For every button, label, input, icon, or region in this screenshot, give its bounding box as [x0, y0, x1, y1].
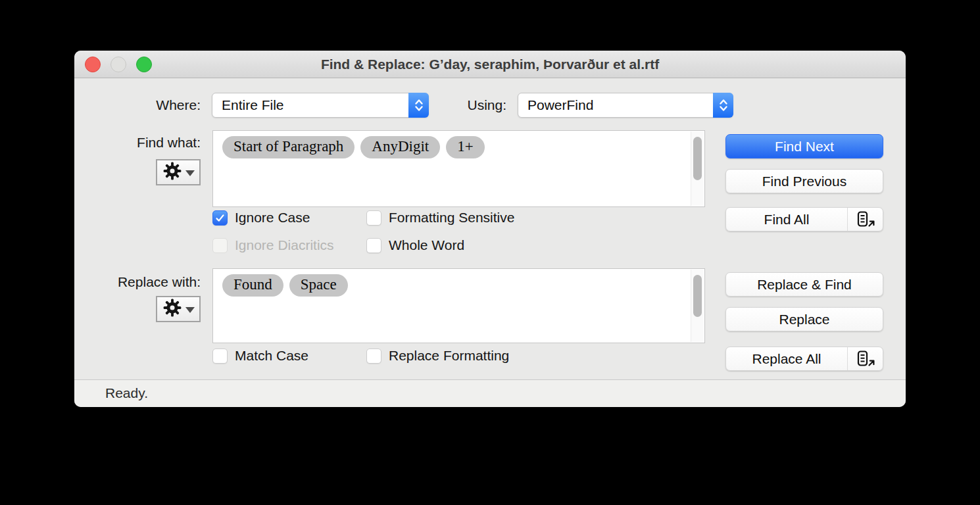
find-what-field[interactable]: Start of Paragraph AnyDigit 1+ [212, 130, 705, 207]
find-options-gear-button[interactable] [156, 159, 201, 185]
title-bar[interactable]: Find & Replace: G’day, seraphim, Þorvarð… [74, 51, 906, 78]
find-what-label: Find what: [74, 133, 201, 152]
replace-and-find-button[interactable]: Replace & Find [725, 272, 883, 297]
where-label: Where: [74, 93, 201, 118]
gear-icon [162, 161, 182, 183]
powerfind-token[interactable]: AnyDigit [360, 136, 440, 158]
status-bar: Ready. [74, 379, 906, 407]
gear-icon [162, 298, 182, 320]
using-popup-menu[interactable]: PowerFind [518, 93, 733, 118]
using-label: Using: [403, 93, 506, 118]
checkbox[interactable] [366, 238, 381, 253]
find-replace-window: Find & Replace: G’day, seraphim, Þorvarð… [74, 51, 906, 407]
ignore-case-checkbox[interactable]: Ignore Case [212, 210, 310, 226]
checkbox-label: Replace Formatting [389, 348, 509, 364]
zoom-button[interactable] [136, 57, 152, 72]
checkbox-label: Ignore Case [235, 210, 310, 226]
whole-word-checkbox[interactable]: Whole Word [366, 237, 464, 253]
checkbox[interactable] [212, 210, 228, 226]
checkbox-label: Whole Word [389, 237, 464, 253]
replace-button[interactable]: Replace [725, 307, 883, 331]
formatting-sensitive-checkbox[interactable]: Formatting Sensitive [366, 210, 514, 226]
checkbox [212, 238, 228, 253]
find-token-area[interactable]: Start of Paragraph AnyDigit 1+ [213, 131, 690, 206]
replace-with-label: Replace with: [74, 273, 201, 291]
checkbox-label: Match Case [235, 348, 308, 364]
up-down-chevrons-icon [713, 93, 733, 118]
where-popup-menu[interactable]: Entire File [212, 93, 429, 118]
ignore-diacritics-checkbox: Ignore Diacritics [212, 237, 334, 253]
find-all-label[interactable]: Find All [726, 208, 847, 231]
checkbox[interactable] [366, 349, 381, 364]
using-popup-value: PowerFind [518, 97, 713, 113]
status-text: Ready. [105, 380, 148, 407]
checkbox[interactable] [212, 349, 228, 364]
scrollbar-thumb[interactable] [693, 275, 702, 317]
powerfind-token[interactable]: Found [222, 274, 283, 297]
replace-options-gear-button[interactable] [156, 296, 201, 322]
powerfind-token[interactable]: Start of Paragraph [222, 136, 355, 158]
checkbox[interactable] [366, 210, 381, 226]
dropdown-arrow-icon [185, 307, 195, 313]
replace-all-label[interactable]: Replace All [726, 347, 847, 370]
replace-with-field[interactable]: Found Space [212, 268, 705, 343]
match-case-checkbox[interactable]: Match Case [212, 348, 308, 364]
scrollbar-thumb[interactable] [693, 137, 702, 180]
find-all-button[interactable]: Find All [725, 207, 883, 231]
checkbox-label: Formatting Sensitive [389, 210, 514, 226]
scrollbar[interactable] [691, 132, 704, 206]
close-button[interactable] [85, 57, 101, 72]
dropdown-arrow-icon [185, 170, 195, 176]
find-next-button[interactable]: Find Next [725, 134, 883, 158]
replace-token-area[interactable]: Found Space [213, 269, 690, 343]
minimize-button[interactable] [110, 57, 126, 72]
find-previous-button[interactable]: Find Previous [725, 169, 883, 193]
replace-all-button[interactable]: Replace All [725, 347, 883, 371]
scrollbar[interactable] [691, 270, 704, 342]
results-list-arrow-icon[interactable] [847, 208, 883, 231]
powerfind-token[interactable]: 1+ [446, 136, 484, 158]
window-title: Find & Replace: G’day, seraphim, Þorvarð… [166, 51, 814, 78]
powerfind-token[interactable]: Space [289, 274, 348, 297]
results-list-arrow-icon[interactable] [847, 347, 883, 370]
where-popup-value: Entire File [212, 97, 408, 113]
replace-formatting-checkbox[interactable]: Replace Formatting [366, 348, 509, 364]
checkbox-label: Ignore Diacritics [235, 237, 334, 253]
